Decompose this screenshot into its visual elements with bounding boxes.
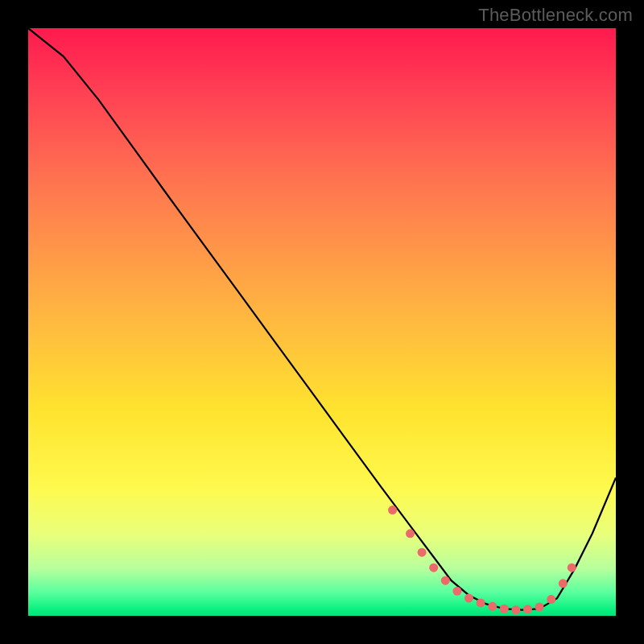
chart-plot-area bbox=[28, 28, 616, 616]
watermark-text: TheBottleneck.com bbox=[478, 5, 633, 26]
marker-dot bbox=[418, 548, 427, 557]
chart-markers bbox=[388, 506, 576, 614]
marker-dot bbox=[441, 576, 450, 585]
marker-dot bbox=[547, 595, 555, 604]
marker-dot bbox=[511, 605, 520, 614]
marker-dot bbox=[452, 587, 461, 596]
marker-dot bbox=[568, 564, 576, 572]
marker-dot bbox=[388, 506, 397, 514]
marker-dot bbox=[477, 598, 485, 607]
marker-dot bbox=[406, 529, 415, 538]
marker-dot bbox=[523, 605, 532, 613]
marker-dot bbox=[559, 579, 568, 588]
marker-dot bbox=[500, 605, 509, 613]
marker-dot bbox=[464, 594, 473, 603]
chart-svg bbox=[28, 28, 616, 616]
marker-dot bbox=[488, 602, 497, 611]
marker-dot bbox=[535, 603, 544, 612]
marker-dot bbox=[429, 564, 438, 572]
chart-curve bbox=[28, 28, 616, 610]
